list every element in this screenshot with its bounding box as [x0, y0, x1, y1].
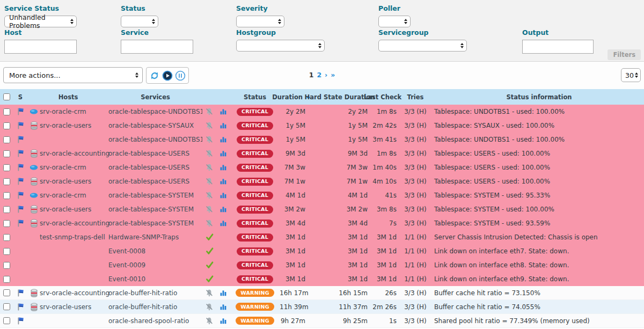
flag-icon[interactable] [17, 191, 25, 200]
flag-icon[interactable] [17, 107, 25, 116]
page-size-select[interactable]: 30 [621, 68, 641, 82]
severity-select[interactable] [236, 16, 284, 27]
service-name[interactable]: oracle-shared-spool-ratio [108, 317, 189, 325]
output-input[interactable] [522, 40, 594, 54]
row-checkbox[interactable] [3, 303, 10, 310]
status-select[interactable] [121, 16, 158, 27]
service-input[interactable] [121, 40, 193, 54]
col-tries[interactable]: Tries [399, 93, 432, 101]
col-last-check[interactable]: Last Check [369, 93, 399, 101]
status-badge[interactable]: CRITICAL [237, 233, 273, 242]
row-checkbox[interactable] [3, 317, 10, 324]
chart-icon[interactable] [219, 317, 228, 325]
status-badge[interactable]: CRITICAL [237, 150, 273, 158]
row-checkbox[interactable] [3, 192, 10, 199]
service-name[interactable]: Event-0010 [108, 275, 145, 283]
status-badge[interactable]: CRITICAL [237, 108, 273, 116]
pagination-item[interactable]: 2 [317, 71, 321, 79]
pagination-item[interactable]: › [325, 71, 327, 79]
host-name[interactable]: srv-oracle-crm [40, 164, 86, 171]
flag-icon[interactable] [17, 289, 25, 297]
host-name[interactable]: srv-oracle-crm [40, 108, 86, 115]
service-name[interactable]: oracle-tablespace-USERS [108, 150, 189, 157]
host-name[interactable]: srv-oracle-users [40, 303, 91, 311]
row-checkbox[interactable] [3, 262, 10, 269]
service-name[interactable]: oracle-buffer-hit-ratio [108, 289, 177, 297]
row-checkbox[interactable] [3, 178, 10, 185]
row-checkbox[interactable] [3, 276, 10, 283]
flag-icon[interactable] [17, 205, 25, 214]
chart-icon[interactable] [219, 163, 228, 172]
service-name[interactable]: oracle-tablespace-SYSTEM [108, 220, 194, 227]
service-name[interactable]: Event-0008 [108, 247, 145, 255]
host-name[interactable]: test-snmp-traps-dell [40, 233, 105, 241]
chart-icon[interactable] [219, 177, 228, 186]
flag-icon[interactable] [17, 163, 25, 172]
service-name[interactable]: oracle-tablespace-SYSTEM [108, 192, 194, 199]
chart-icon[interactable] [219, 303, 228, 311]
host-name[interactable]: srv-oracle-accounting [40, 289, 109, 297]
row-checkbox[interactable] [3, 220, 10, 227]
row-checkbox[interactable] [3, 150, 10, 157]
status-badge[interactable]: CRITICAL [237, 178, 273, 186]
col-hosts[interactable]: Hosts [28, 93, 108, 101]
host-name[interactable]: srv-oracle-users [40, 178, 91, 185]
host-name[interactable]: srv-oracle-users [40, 122, 91, 129]
select-all-checkbox[interactable] [3, 93, 10, 100]
poller-select[interactable] [378, 16, 411, 27]
status-badge[interactable]: CRITICAL [237, 164, 273, 172]
col-status-information[interactable]: Status information [432, 93, 644, 101]
status-badge[interactable]: CRITICAL [237, 122, 273, 130]
chart-icon[interactable] [219, 205, 228, 214]
service-name[interactable]: oracle-tablespace-UNDOTBS1 [108, 108, 202, 115]
hostgroup-select[interactable] [236, 40, 325, 52]
row-checkbox[interactable] [3, 206, 10, 213]
flag-icon[interactable] [17, 149, 25, 158]
flag-icon[interactable] [17, 135, 25, 144]
row-checkbox[interactable] [3, 122, 10, 129]
host-name[interactable]: srv-oracle-accounting [40, 150, 109, 157]
status-badge[interactable]: CRITICAL [237, 136, 273, 144]
servicegroup-select[interactable] [378, 40, 467, 52]
status-badge[interactable]: CRITICAL [237, 192, 273, 200]
row-checkbox[interactable] [3, 289, 10, 296]
flag-icon[interactable] [17, 219, 25, 228]
row-checkbox[interactable] [3, 136, 10, 143]
col-s[interactable]: S [13, 93, 28, 101]
chart-icon[interactable] [219, 107, 228, 116]
status-badge[interactable]: WARNING [236, 289, 274, 297]
row-checkbox[interactable] [3, 248, 10, 255]
flag-icon[interactable] [17, 303, 25, 311]
col-hard-state-duration[interactable]: Hard State Duration [312, 93, 369, 101]
chart-icon[interactable] [219, 135, 228, 144]
status-badge[interactable]: CRITICAL [237, 220, 273, 228]
flag-icon[interactable] [17, 317, 25, 325]
chart-icon[interactable] [219, 219, 228, 228]
status-badge[interactable]: CRITICAL [237, 206, 273, 214]
filters-button[interactable]: Filters [608, 49, 641, 60]
service-name[interactable]: oracle-tablespace-USERS [108, 178, 189, 185]
service-name[interactable]: Hardware-SNMP-Traps [108, 233, 179, 241]
service-name[interactable]: oracle-buffer-hit-ratio [108, 303, 177, 311]
status-badge[interactable]: CRITICAL [237, 261, 273, 269]
col-services[interactable]: Services [108, 93, 202, 101]
host-name[interactable]: srv-oracle-users [40, 206, 91, 213]
host-name[interactable]: srv-oracle-accounting [40, 220, 109, 227]
flag-icon[interactable] [17, 177, 25, 186]
service-name[interactable]: oracle-tablespace-UNDOTBS1 [108, 136, 202, 143]
service-name[interactable]: oracle-tablespace-SYSAUX [108, 122, 194, 129]
chart-icon[interactable] [219, 121, 228, 130]
status-badge[interactable]: WARNING [236, 303, 274, 311]
row-checkbox[interactable] [3, 164, 10, 171]
host-name[interactable]: srv-oracle-crm [40, 192, 86, 199]
status-badge[interactable]: WARNING [236, 317, 274, 325]
service-status-select[interactable]: Unhandled Problems [4, 16, 77, 27]
service-name[interactable]: oracle-tablespace-SYSTEM [108, 206, 194, 213]
chart-icon[interactable] [219, 191, 228, 200]
flag-icon[interactable] [17, 121, 25, 130]
service-name[interactable]: oracle-tablespace-USERS [108, 164, 189, 171]
service-name[interactable]: Event-0009 [108, 261, 145, 269]
row-checkbox[interactable] [3, 108, 10, 115]
host-input[interactable] [4, 40, 77, 54]
pagination-item[interactable]: » [331, 71, 335, 79]
